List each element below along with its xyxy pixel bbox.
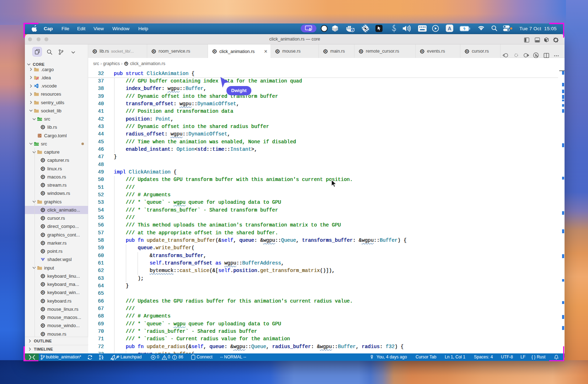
svg-text:R: R	[42, 325, 44, 327]
svg-text:R: R	[42, 159, 44, 162]
svg-text:R: R	[42, 234, 44, 236]
svg-text:R: R	[42, 192, 44, 195]
svg-text:R: R	[325, 50, 326, 53]
svg-text:R: R	[466, 50, 468, 53]
svg-text:R: R	[125, 62, 127, 65]
svg-text:A: A	[448, 26, 451, 31]
svg-text:R: R	[42, 333, 44, 335]
svg-text:R: R	[360, 50, 362, 53]
svg-text:R: R	[42, 167, 44, 170]
svg-text:R: R	[42, 292, 44, 294]
svg-text:R: R	[153, 50, 155, 53]
svg-text:R: R	[42, 250, 44, 252]
svg-text:</>: </>	[34, 143, 39, 146]
svg-text:R: R	[42, 217, 44, 219]
svg-text:R: R	[42, 176, 44, 178]
svg-text:R: R	[214, 50, 215, 53]
svg-text:R: R	[42, 283, 44, 286]
svg-text:R: R	[42, 316, 44, 319]
svg-text:R: R	[42, 126, 44, 129]
svg-text:R: R	[42, 308, 44, 310]
svg-text:R: R	[94, 50, 96, 53]
svg-text:R: R	[42, 242, 44, 244]
svg-text:R: R	[42, 300, 44, 302]
svg-text:R: R	[42, 184, 44, 186]
svg-text:R: R	[42, 209, 44, 211]
svg-text:R: R	[42, 225, 44, 228]
svg-text:R: R	[277, 50, 278, 53]
svg-text:</>: </>	[38, 118, 42, 121]
svg-text:R: R	[421, 50, 423, 53]
svg-text:R: R	[42, 275, 44, 277]
